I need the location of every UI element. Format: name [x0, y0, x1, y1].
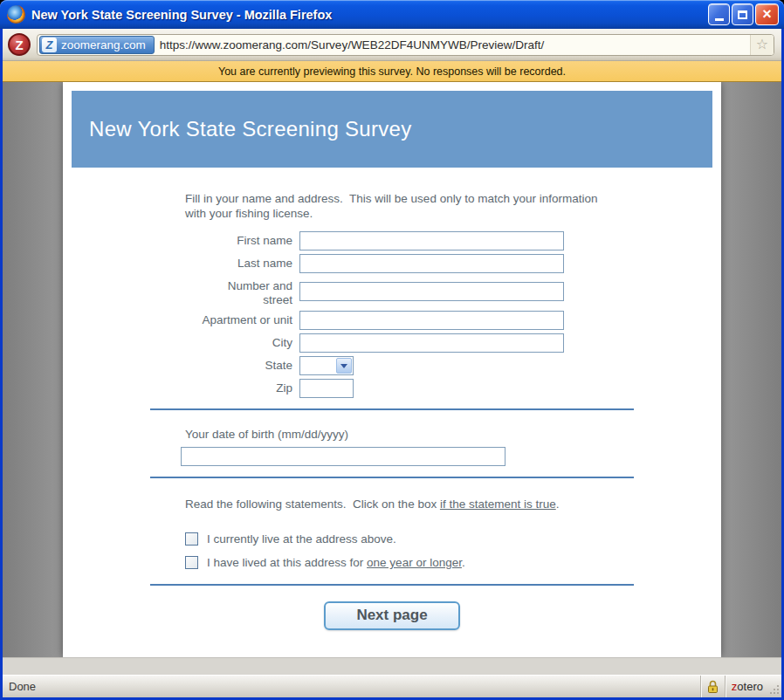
zotero-label-rest: otero: [737, 680, 763, 693]
dob-input[interactable]: [181, 447, 505, 466]
number-and-street-input[interactable]: [299, 282, 564, 301]
navigation-toolbar: Z Z zoomerang.com https://www.zoomerang.…: [3, 29, 781, 61]
zotero-button[interactable]: zotero: [725, 676, 769, 697]
form-row: Apartment or unit: [150, 311, 634, 330]
section-divider: [150, 408, 634, 410]
form-row: State: [150, 356, 634, 375]
browser-window: New York State Screening Survey - Mozill…: [0, 0, 784, 700]
section-divider: [150, 584, 634, 586]
next-page-button[interactable]: Next page: [324, 601, 460, 630]
minimize-button[interactable]: [708, 3, 730, 25]
form-row: Last name: [150, 254, 634, 273]
section-divider: [150, 477, 634, 478]
statement-1-text: I currently live at the address above.: [207, 532, 396, 546]
first-name-input[interactable]: [299, 231, 564, 250]
one-year-link[interactable]: one year or longer: [367, 556, 462, 569]
browser-viewport: New York State Screening Survey Fill in …: [3, 82, 781, 657]
lived-one-year-checkbox[interactable]: [185, 556, 198, 569]
survey-header-banner: New York State Screening Survey: [72, 91, 712, 168]
statements-intro: Read the following statements. Click on …: [185, 496, 606, 512]
site-chip-icon: Z: [42, 38, 57, 52]
site-chip-label: zoomerang.com: [61, 38, 146, 51]
state-select[interactable]: [299, 356, 354, 375]
maximize-icon: [738, 10, 747, 19]
firefox-icon: [7, 5, 25, 24]
city-label: City: [150, 333, 299, 350]
city-input[interactable]: [299, 333, 564, 353]
url-text[interactable]: https://www.zoomerang.com/Survey/WEB22DF…: [155, 38, 750, 51]
select-arrow-button[interactable]: [336, 358, 352, 374]
preview-notification-text: You are currently previewing this survey…: [218, 65, 566, 78]
bottom-strip: [3, 657, 781, 675]
lock-icon: [707, 680, 719, 694]
statements-intro-pre: Read the following statements. Click on …: [185, 498, 440, 511]
status-bar: Done zotero: [3, 675, 781, 697]
first-name-label: First name: [150, 231, 299, 248]
dob-label: Your date of birth (mm/dd/yyyy): [185, 428, 634, 441]
statements-intro-link[interactable]: if the statement is true: [440, 498, 556, 511]
preview-notification-bar: You are currently previewing this survey…: [3, 61, 781, 82]
statement-row-1: I currently live at the address above.: [185, 532, 634, 546]
statement-2-text: I have lived at this address for one yea…: [207, 556, 465, 569]
title-bar: New York State Screening Survey - Mozill…: [0, 0, 784, 29]
resize-grip-icon: [769, 684, 780, 695]
chevron-down-icon: [340, 364, 347, 368]
star-icon: ☆: [756, 38, 768, 51]
resize-grip[interactable]: [769, 676, 781, 697]
state-label: State: [150, 356, 299, 373]
statements-intro-post: .: [556, 498, 560, 511]
form-row: Number and street: [150, 277, 634, 307]
url-bar[interactable]: Z zoomerang.com https://www.zoomerang.co…: [37, 34, 774, 56]
bookmark-star-button[interactable]: ☆: [750, 35, 774, 55]
current-address-checkbox[interactable]: [185, 532, 198, 546]
zoomerang-favicon: Z: [8, 33, 31, 56]
security-lock-cell[interactable]: [700, 676, 725, 697]
close-icon: ×: [762, 6, 772, 22]
statement-row-2: I have lived at this address for one yea…: [185, 556, 634, 569]
form-row: City: [150, 333, 634, 353]
minimize-icon: [715, 18, 724, 21]
maximize-button[interactable]: [732, 3, 753, 25]
address-form: First name Last name Number and street A…: [150, 231, 634, 398]
apartment-or-unit-input[interactable]: [299, 311, 564, 330]
survey-title: New York State Screening Survey: [89, 117, 412, 141]
apartment-or-unit-label: Apartment or unit: [150, 311, 299, 327]
form-row: Zip: [150, 379, 634, 398]
zip-label: Zip: [150, 379, 299, 395]
last-name-input[interactable]: [299, 254, 564, 273]
survey-intro-text: Fill in your name and address. This will…: [185, 191, 606, 221]
form-row: First name: [150, 231, 634, 250]
last-name-label: Last name: [150, 254, 299, 271]
status-text: Done: [3, 680, 700, 693]
window-title: New York State Screening Survey - Mozill…: [31, 8, 708, 22]
site-identity-chip[interactable]: Z zoomerang.com: [39, 36, 155, 54]
number-and-street-label: Number and street: [150, 277, 299, 307]
survey-page: New York State Screening Survey Fill in …: [63, 82, 721, 657]
zip-input[interactable]: [299, 379, 354, 398]
close-button[interactable]: ×: [755, 3, 779, 25]
